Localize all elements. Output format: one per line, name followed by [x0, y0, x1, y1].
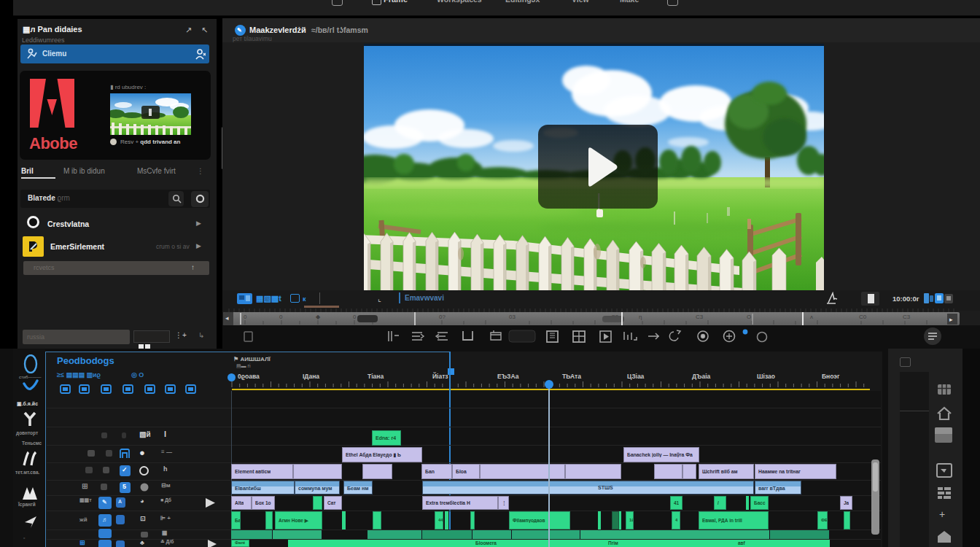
svg-text:▸: ▸: [949, 316, 953, 323]
svg-text:C0: C0: [859, 314, 867, 320]
svg-text:O: O: [747, 314, 751, 320]
svg-text:0: 0: [244, 314, 247, 320]
svg-text:C3: C3: [696, 314, 704, 320]
svg-text:◆: ◆: [316, 314, 321, 320]
svg-text:η: η: [639, 314, 642, 320]
svg-text:C3: C3: [903, 314, 911, 320]
svg-text:0: 0: [279, 314, 283, 320]
svg-text:03: 03: [509, 314, 516, 320]
svg-text:ʌ: ʌ: [810, 314, 813, 320]
svg-text:0?: 0?: [439, 314, 446, 320]
svg-text:0: 0: [353, 314, 357, 320]
